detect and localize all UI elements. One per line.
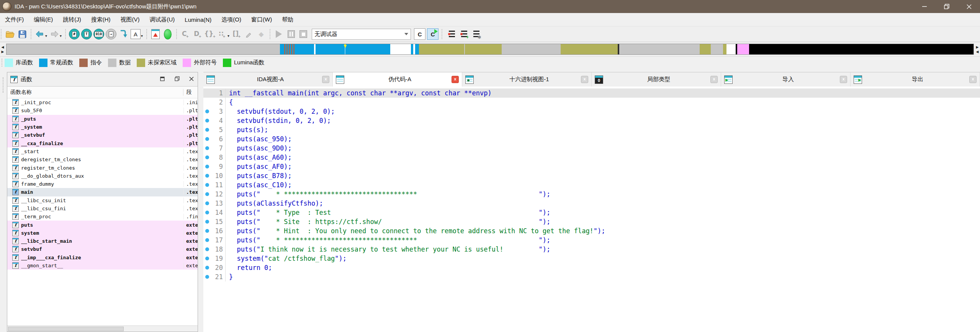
code-line[interactable]: 11 puts(asc_C10); bbox=[203, 180, 980, 190]
code-line[interactable]: 14 puts(" * Type : Test "); bbox=[203, 208, 980, 217]
jump-number-icon[interactable]: # bbox=[69, 28, 80, 40]
column-function-name[interactable]: 函数名称 bbox=[7, 89, 183, 96]
function-row[interactable]: f _system .plt bbox=[7, 123, 198, 131]
code-line[interactable]: 3 setvbuf(stdout, 0, 2, 0); bbox=[203, 107, 980, 116]
breakpoint-dot[interactable] bbox=[205, 119, 209, 123]
function-row[interactable]: f __gmon_start__ extern bbox=[7, 262, 198, 270]
code-line[interactable]: 2 { bbox=[203, 98, 980, 107]
breakpoint-dot[interactable] bbox=[205, 266, 209, 270]
letter-a-icon[interactable]: A bbox=[130, 28, 141, 40]
navband-segment[interactable] bbox=[316, 44, 390, 54]
code-text[interactable]: puts(" * Site : https://ctf.show/ "); bbox=[229, 218, 550, 226]
breakpoint-dot[interactable] bbox=[205, 229, 209, 233]
menu-item-options[interactable]: 选项(O) bbox=[216, 13, 246, 26]
make-data-icon[interactable]: D+ bbox=[192, 28, 203, 40]
function-row[interactable]: f __libc_start_main extern bbox=[7, 237, 198, 245]
pseudocode-view[interactable]: 1 int __fastcall main(int argc, const ch… bbox=[203, 87, 980, 332]
code-line[interactable]: 5 puts(s); bbox=[203, 125, 980, 134]
navband-segment[interactable] bbox=[283, 44, 294, 54]
tab-hex-view[interactable]: 十六进制视图-1 x bbox=[462, 72, 592, 87]
navband-segment[interactable] bbox=[726, 44, 735, 54]
open-file-icon[interactable] bbox=[4, 28, 16, 40]
edit-breakpoint-icon[interactable]: ✱ bbox=[470, 28, 481, 40]
breakpoint-dot[interactable] bbox=[205, 275, 209, 279]
combo-dropdown-icon[interactable] bbox=[404, 33, 408, 35]
code-line[interactable]: 17 puts(" * ****************************… bbox=[203, 236, 980, 245]
forward-history-dropdown-icon[interactable]: ▾ bbox=[60, 34, 62, 38]
navband-segment[interactable] bbox=[561, 44, 617, 54]
function-row[interactable]: f sub_5F0 .plt bbox=[7, 106, 198, 114]
code-text[interactable]: return 0; bbox=[229, 264, 272, 271]
debugger-start-icon[interactable] bbox=[162, 28, 173, 40]
function-row[interactable]: f __cxa_finalize .plt bbox=[7, 139, 198, 147]
breakpoint-dot[interactable] bbox=[205, 128, 209, 132]
tab-exports[interactable]: ▶ 导出 x bbox=[851, 72, 980, 87]
tab-ida-view[interactable]: IDA视图-A x bbox=[203, 72, 333, 87]
function-row[interactable]: f system extern bbox=[7, 229, 198, 237]
breakpoint-dot[interactable] bbox=[205, 211, 209, 214]
code-line[interactable]: 9 puts(asc_AF0); bbox=[203, 162, 980, 171]
panel-splitter[interactable] bbox=[198, 72, 203, 332]
code-text[interactable]: puts("I think now it is necessary to tes… bbox=[229, 245, 550, 253]
restore-button[interactable] bbox=[936, 0, 958, 13]
navband-segment[interactable] bbox=[711, 44, 723, 54]
close-button[interactable] bbox=[958, 0, 980, 13]
menu-item-help[interactable]: 帮助 bbox=[277, 13, 298, 26]
breakpoint-dot[interactable] bbox=[205, 201, 209, 205]
function-row[interactable]: f __libc_csu_fini .text bbox=[7, 204, 198, 213]
make-struct-icon[interactable]: {}+ bbox=[204, 28, 216, 40]
scrollbar-thumb[interactable] bbox=[8, 327, 124, 331]
code-line[interactable]: 13 puts(aClassifyCtfsho); bbox=[203, 199, 980, 208]
navband-scroll-left[interactable]: ◀▶ bbox=[0, 45, 5, 54]
navband-segment[interactable] bbox=[700, 44, 711, 54]
menu-item-search[interactable]: 搜索(H) bbox=[86, 13, 116, 26]
breakpoint-dot[interactable] bbox=[205, 183, 209, 187]
make-code-icon[interactable]: C+ bbox=[180, 28, 191, 40]
function-row[interactable]: f _init_proc .init bbox=[7, 98, 198, 106]
navigate-back-icon[interactable] bbox=[34, 28, 46, 40]
breakpoint-dot[interactable] bbox=[205, 220, 209, 224]
function-row[interactable]: f register_tm_clones .text bbox=[7, 164, 198, 172]
breakpoint-list-icon[interactable] bbox=[445, 28, 456, 40]
menu-item-windows[interactable]: 窗口(W) bbox=[246, 13, 277, 26]
navband-segment[interactable] bbox=[390, 44, 411, 54]
code-line[interactable]: 7 puts(asc_9D0); bbox=[203, 144, 980, 153]
navband-segment[interactable] bbox=[465, 44, 502, 54]
navband-segment[interactable] bbox=[7, 44, 280, 54]
code-line[interactable]: 21 } bbox=[203, 272, 980, 281]
menu-item-file[interactable]: 文件(F) bbox=[0, 13, 29, 26]
code-text[interactable]: puts(asc_950); bbox=[229, 135, 292, 143]
code-text[interactable]: } bbox=[229, 273, 233, 281]
menu-item-edit[interactable]: 编辑(E) bbox=[29, 13, 58, 26]
code-text[interactable]: puts(aClassifyCtfsho); bbox=[229, 200, 323, 207]
tab-close-button[interactable]: x bbox=[322, 76, 329, 83]
function-row[interactable]: f _setvbuf .plt bbox=[7, 131, 198, 139]
debugger-selector[interactable]: 无调试器 bbox=[312, 29, 411, 40]
navband-segment[interactable] bbox=[749, 44, 973, 54]
functions-horizontal-scrollbar[interactable] bbox=[7, 325, 198, 332]
column-segment[interactable]: 段 bbox=[183, 89, 198, 96]
panel-maximize-icon[interactable] bbox=[159, 77, 165, 82]
code-line[interactable]: 19 system("cat /ctfshow_flag"); bbox=[203, 254, 980, 263]
function-row[interactable]: f frame_dummy .text bbox=[7, 180, 198, 188]
navigation-band[interactable] bbox=[6, 44, 974, 55]
tab-pseudocode[interactable]: 伪代码-A x bbox=[333, 72, 462, 87]
navband-segment[interactable] bbox=[737, 44, 749, 54]
panel-close-icon[interactable] bbox=[188, 77, 195, 82]
menu-item-debugger[interactable]: 调试器(U) bbox=[144, 13, 180, 26]
navband-scroll-right[interactable]: ▶◀ bbox=[975, 45, 980, 54]
breakpoint-dot[interactable] bbox=[205, 174, 209, 178]
function-row[interactable]: f __do_global_dtors_aux .text bbox=[7, 172, 198, 180]
tab-close-button[interactable]: x bbox=[840, 76, 847, 83]
navigate-forward-icon[interactable] bbox=[49, 28, 60, 40]
back-history-dropdown-icon[interactable]: ▾ bbox=[45, 34, 47, 38]
function-row[interactable]: f __libc_csu_init .text bbox=[7, 196, 198, 204]
code-line[interactable]: 6 puts(asc_950); bbox=[203, 134, 980, 144]
attach-script-c-icon[interactable]: C bbox=[414, 28, 425, 40]
function-row[interactable]: f _term_proc .fini bbox=[7, 213, 198, 221]
navband-segment[interactable] bbox=[280, 44, 283, 54]
code-text[interactable]: setvbuf(stdin, 0, 2, 0); bbox=[229, 117, 331, 124]
code-text[interactable]: system("cat /ctfshow_flag"); bbox=[229, 255, 347, 262]
code-line[interactable]: 16 puts(" * Hint : You only need to conn… bbox=[203, 226, 980, 236]
array-dropdown-icon[interactable]: ▾ bbox=[227, 34, 229, 38]
